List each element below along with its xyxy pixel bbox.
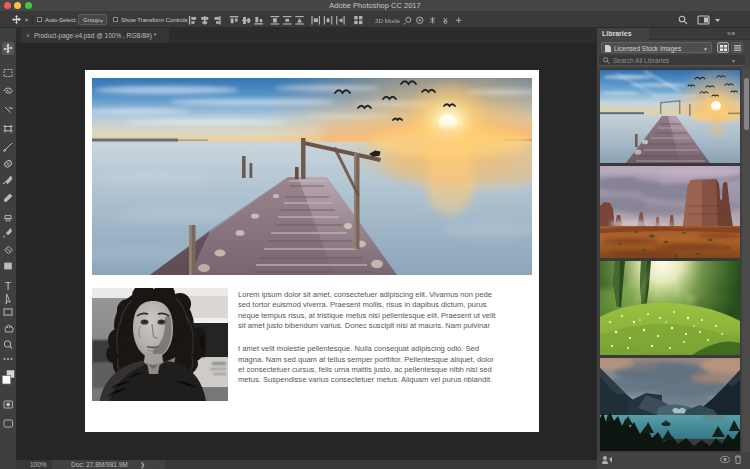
svg-text:T: T bbox=[5, 281, 11, 292]
svg-text:3D Mode: 3D Mode bbox=[375, 17, 401, 24]
